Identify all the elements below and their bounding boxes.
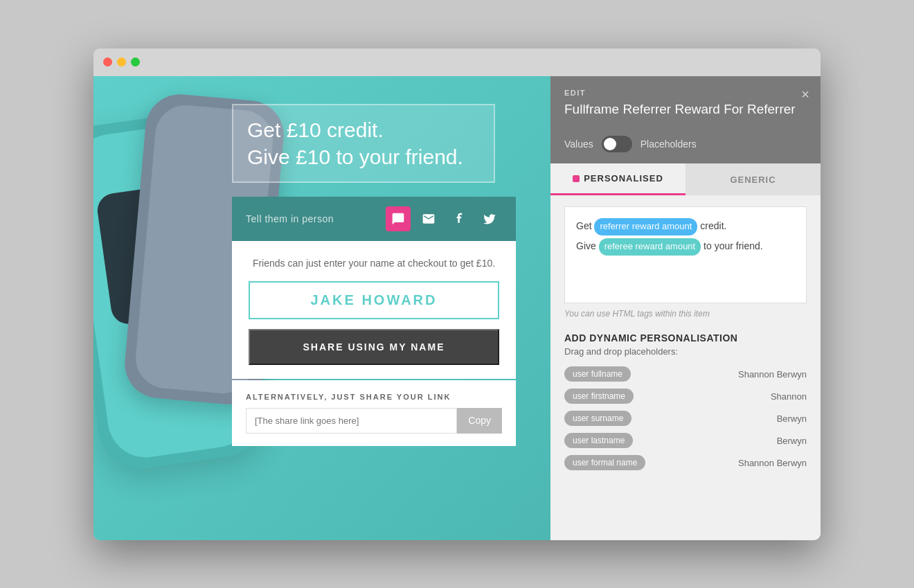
close-traffic-light[interactable] bbox=[103, 57, 112, 66]
hero-line2: Give £10 to your friend. bbox=[247, 143, 480, 170]
window-body: 35 ♥ Get £10 credit. Give £10 to your fr… bbox=[93, 76, 821, 540]
twitter-icon bbox=[483, 212, 496, 226]
placeholder-value-2: Berwyn bbox=[777, 413, 807, 424]
referral-name-box: JAKE HOWARD bbox=[249, 281, 499, 319]
placeholders-label: Placeholders bbox=[640, 139, 697, 150]
placeholder-value-3: Berwyn bbox=[777, 436, 807, 446]
hero-line1: Get £10 credit. bbox=[247, 116, 480, 143]
titlebar bbox=[93, 48, 821, 76]
left-panel: 35 ♥ Get £10 credit. Give £10 to your fr… bbox=[93, 76, 550, 540]
share-bar-text: Tell them in person bbox=[246, 213, 386, 224]
drag-drop-note: Drag and drop placeholders: bbox=[564, 346, 807, 357]
edit-title: Fullframe Referrer Reward For Referrer bbox=[564, 101, 807, 118]
referral-card: Friends can just enter your name at chec… bbox=[232, 241, 516, 379]
placeholder-value-4: Shannon Berwyn bbox=[738, 458, 807, 468]
edit-label: EDIT bbox=[564, 89, 807, 97]
editor-line1: Get referrer reward amount credit. bbox=[576, 218, 795, 235]
twitter-share-icon[interactable] bbox=[477, 206, 502, 231]
right-panel: EDIT Fullframe Referrer Reward For Refer… bbox=[550, 76, 821, 540]
email-icon bbox=[422, 212, 436, 226]
editor-text-give: Give bbox=[576, 240, 596, 251]
placeholder-tag-0[interactable]: user fullname bbox=[564, 366, 631, 382]
placeholder-row: user lastnameBerwyn bbox=[564, 433, 807, 448]
content-overlay: Get £10 credit. Give £10 to your friend.… bbox=[93, 76, 550, 540]
placeholder-tag-2[interactable]: user surname bbox=[564, 411, 631, 426]
editor-text-credit: credit. bbox=[700, 220, 726, 231]
friends-text: Friends can just enter your name at chec… bbox=[249, 258, 499, 269]
tab-personalised-label: PERSONALISED bbox=[584, 173, 663, 184]
placeholder-tag-1[interactable]: user firstname bbox=[564, 389, 634, 404]
close-button[interactable]: × bbox=[801, 87, 809, 101]
placeholder-list: user fullnameShannon Berwynuser firstnam… bbox=[564, 366, 807, 470]
toggle-knob bbox=[604, 138, 616, 150]
tab-generic-label: GENERIC bbox=[730, 175, 776, 185]
facebook-share-icon[interactable] bbox=[447, 206, 472, 231]
tab-personalised[interactable]: PERSONALISED bbox=[550, 163, 686, 195]
copy-button[interactable]: Copy bbox=[457, 408, 502, 434]
placeholder-tag-4[interactable]: user formal name bbox=[564, 455, 645, 470]
personalised-tab-dot bbox=[573, 175, 580, 182]
referrer-reward-tag[interactable]: referrer reward amount bbox=[594, 218, 697, 235]
values-label: Values bbox=[564, 139, 593, 150]
edit-content: Get referrer reward amount credit. Give … bbox=[550, 195, 821, 540]
facebook-icon bbox=[452, 212, 466, 226]
traffic-lights bbox=[103, 57, 140, 66]
share-name-button[interactable]: SHARE USING MY NAME bbox=[249, 329, 499, 365]
email-share-icon[interactable] bbox=[416, 206, 441, 231]
editor-text-friend: to your friend. bbox=[704, 240, 763, 251]
link-section-label: ALTERNATIVELY, JUST SHARE YOUR LINK bbox=[246, 393, 502, 401]
link-section: ALTERNATIVELY, JUST SHARE YOUR LINK Copy bbox=[232, 380, 516, 446]
placeholder-row: user firstnameShannon bbox=[564, 389, 807, 404]
add-personalisation-title: ADD DYNAMIC PERSONALISATION bbox=[564, 332, 807, 344]
placeholder-tag-3[interactable]: user lastname bbox=[564, 433, 633, 448]
hero-text: Get £10 credit. Give £10 to your friend. bbox=[232, 104, 495, 183]
placeholder-row: user fullnameShannon Berwyn bbox=[564, 366, 807, 382]
referee-reward-tag[interactable]: referee reward amount bbox=[599, 238, 701, 256]
app-window: 35 ♥ Get £10 credit. Give £10 to your fr… bbox=[93, 48, 821, 540]
editor-line2: Give referee reward amount to your frien… bbox=[576, 238, 795, 256]
html-note: You can use HTML tags within this item bbox=[564, 309, 807, 319]
share-link-input[interactable] bbox=[246, 408, 457, 434]
values-placeholders-toggle[interactable] bbox=[602, 136, 632, 152]
placeholder-value-1: Shannon bbox=[771, 391, 807, 402]
edit-header: EDIT Fullframe Referrer Reward For Refer… bbox=[550, 76, 821, 130]
chat-icon bbox=[391, 212, 405, 226]
share-bar: Tell them in person bbox=[232, 197, 516, 241]
placeholder-row: user surnameBerwyn bbox=[564, 411, 807, 426]
tab-generic[interactable]: GENERIC bbox=[686, 163, 821, 195]
values-row: Values Placeholders bbox=[550, 129, 821, 163]
fullscreen-traffic-light[interactable] bbox=[131, 57, 140, 66]
share-icons bbox=[386, 206, 502, 231]
tabs-row: PERSONALISED GENERIC bbox=[550, 163, 821, 195]
minimize-traffic-light[interactable] bbox=[117, 57, 126, 66]
link-input-row: Copy bbox=[246, 408, 502, 434]
chat-share-icon[interactable] bbox=[386, 206, 411, 231]
editor-text-get: Get bbox=[576, 220, 592, 231]
placeholder-row: user formal nameShannon Berwyn bbox=[564, 455, 807, 470]
text-editor-box[interactable]: Get referrer reward amount credit. Give … bbox=[564, 206, 807, 303]
placeholder-value-0: Shannon Berwyn bbox=[738, 369, 807, 380]
